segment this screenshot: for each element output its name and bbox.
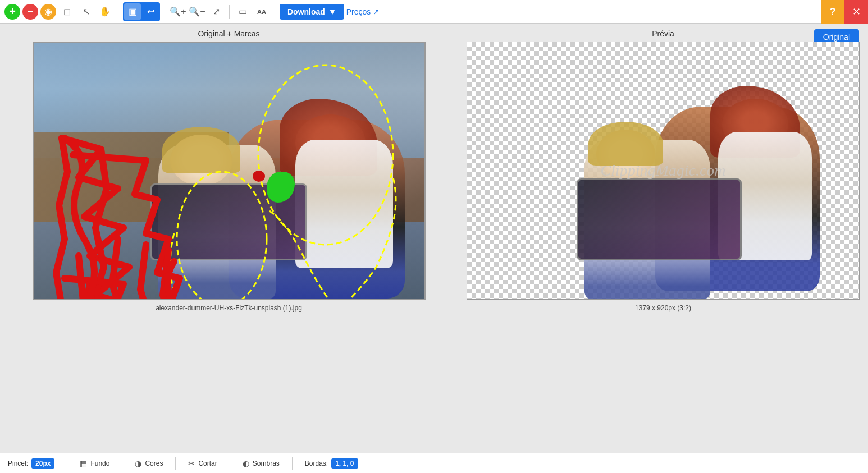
pincel-label: Pincel:: [8, 460, 28, 467]
cortar-icon: ✂: [188, 459, 195, 468]
red-strokes-svg: [34, 43, 424, 299]
bordas-value[interactable]: 1, 1, 0: [331, 458, 358, 469]
subtract-button[interactable]: −: [22, 4, 38, 20]
preview-canvas: ClippingMagic.com: [467, 42, 860, 300]
fundo-label: Fundo: [90, 460, 109, 467]
yellow-circle-button[interactable]: ◉: [40, 4, 56, 20]
zoom-in-button[interactable]: 🔍+: [170, 3, 186, 20]
separator-3: [229, 5, 230, 19]
rect-tool-button[interactable]: ▭: [234, 3, 251, 20]
status-sep-4: [230, 457, 230, 470]
sombras-icon: ◐: [243, 459, 249, 468]
left-panel: Original + Marcas: [0, 24, 458, 453]
separator-2: [165, 5, 165, 19]
aa-tool-button[interactable]: AA: [253, 3, 270, 20]
statusbar: Pincel: 20px ▦ Fundo ◑ Cores ✂ Cortar ◐ …: [0, 453, 868, 473]
bordas-item: Bordas: 1, 1, 0: [305, 458, 358, 469]
undo-button[interactable]: ↩: [142, 3, 159, 20]
eraser-button[interactable]: ◻: [58, 3, 75, 20]
status-sep-1: [67, 457, 67, 470]
help-button[interactable]: ?: [821, 0, 844, 24]
separator-4: [275, 5, 275, 19]
sombras-item[interactable]: ◐ Sombras: [243, 459, 280, 468]
left-panel-title: Original + Marcas: [198, 24, 259, 42]
cortar-label: Cortar: [198, 460, 217, 467]
pan-tool-button[interactable]: ✋: [97, 3, 113, 20]
right-panel-title: Prévia: [652, 24, 674, 42]
status-sep-3: [175, 457, 176, 470]
fundo-item[interactable]: ▦ Fundo: [80, 459, 109, 468]
cortar-item[interactable]: ✂ Cortar: [188, 459, 217, 468]
pincel-value[interactable]: 20px: [31, 458, 54, 469]
cores-label: Cores: [145, 460, 163, 467]
red-dot: [253, 171, 265, 182]
main-area: Original + Marcas: [0, 24, 868, 453]
arrow-tool-button[interactable]: ↖: [77, 3, 94, 20]
download-button[interactable]: Download ▼: [280, 4, 344, 20]
toolbar: + − ◉ ◻ ↖ ✋ ▣ ↩ 🔍+ 🔍− ⤢ ▭: [0, 0, 868, 24]
zoom-out-button[interactable]: 🔍−: [189, 3, 205, 20]
cores-item[interactable]: ◑ Cores: [135, 459, 163, 468]
left-image-canvas[interactable]: [33, 42, 426, 300]
add-button[interactable]: +: [4, 4, 20, 20]
status-sep-2: [122, 457, 122, 470]
fit-button[interactable]: ⤢: [208, 3, 225, 20]
status-sep-5: [292, 457, 293, 470]
right-dimensions: 1379 x 920px (3:2): [635, 300, 691, 314]
preview-tablet: [577, 178, 741, 261]
toolbar-select-group: ▣ ↩: [123, 2, 160, 21]
sombras-label: Sombras: [253, 460, 280, 467]
left-filename: alexander-dummer-UH-xs-FizTk-unsplash (1…: [156, 300, 302, 314]
separator-1: [118, 5, 118, 19]
cores-icon: ◑: [135, 459, 141, 468]
precos-button[interactable]: Preços ↗: [346, 7, 380, 16]
fundo-icon: ▦: [80, 459, 87, 468]
bordas-label: Bordas:: [305, 460, 328, 467]
pincel-item: Pincel: 20px: [8, 458, 54, 469]
preview-child-hair: [588, 122, 663, 166]
right-panel: Prévia Original ClippingMagic.com 1379 x…: [458, 24, 868, 453]
close-button[interactable]: ✕: [844, 0, 868, 24]
select-tool-button[interactable]: ▣: [124, 3, 141, 20]
